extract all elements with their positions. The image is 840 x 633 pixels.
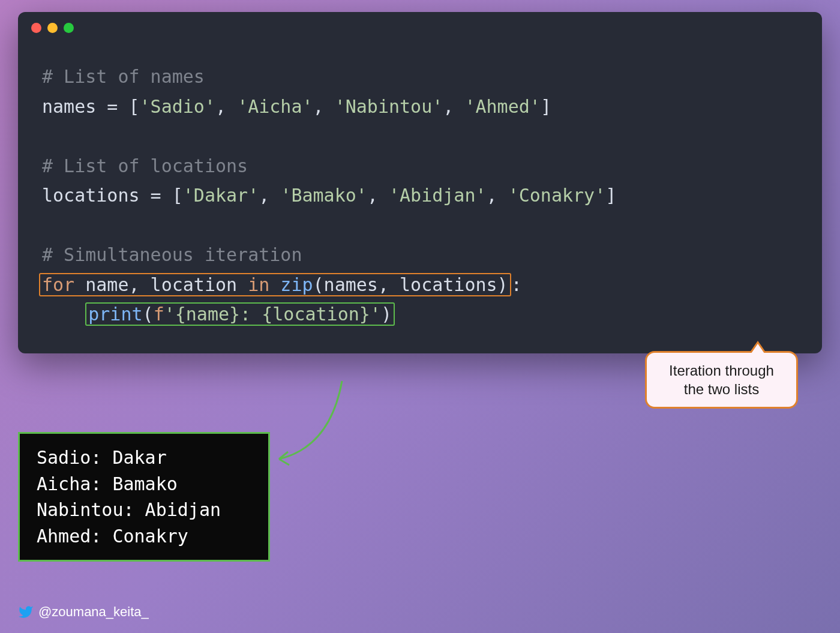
callout-text: Iteration through the two lists [669, 362, 774, 397]
highlight-for-loop: for name, location in zip(names, locatio… [39, 273, 511, 296]
print-line: print(f'{name}: {location}') [42, 299, 798, 329]
code-comment: # Simultaneous iteration [42, 244, 302, 265]
window-titlebar [18, 12, 822, 44]
code-comment: # List of locations [42, 155, 248, 176]
for-loop-line: for name, location in zip(names, locatio… [42, 270, 798, 300]
code-body: # List of names names = ['Sadio', 'Aicha… [18, 44, 822, 335]
code-line: locations = ['Dakar', 'Bamako', 'Abidjan… [42, 181, 798, 211]
arrow-icon [270, 375, 354, 471]
twitter-handle: @zoumana_keita_ [38, 604, 149, 620]
code-window: # List of names names = ['Sadio', 'Aicha… [18, 12, 822, 353]
maximize-icon[interactable] [64, 23, 74, 33]
close-icon[interactable] [31, 23, 41, 33]
callout-bubble: Iteration through the two lists [645, 351, 798, 409]
output-line: Ahmed: Conakry [37, 523, 251, 550]
output-box: Sadio: Dakar Aicha: Bamako Nabintou: Abi… [18, 432, 270, 562]
output-line: Sadio: Dakar [37, 445, 251, 471]
code-comment: # List of names [42, 66, 205, 87]
highlight-print: print(f'{name}: {location}') [85, 302, 395, 326]
minimize-icon[interactable] [47, 23, 58, 33]
code-line: names = ['Sadio', 'Aicha', 'Nabintou', '… [42, 92, 798, 122]
output-line: Aicha: Bamako [37, 471, 251, 497]
attribution: @zoumana_keita_ [18, 604, 149, 620]
twitter-icon [18, 604, 34, 620]
output-line: Nabintou: Abidjan [37, 497, 251, 523]
